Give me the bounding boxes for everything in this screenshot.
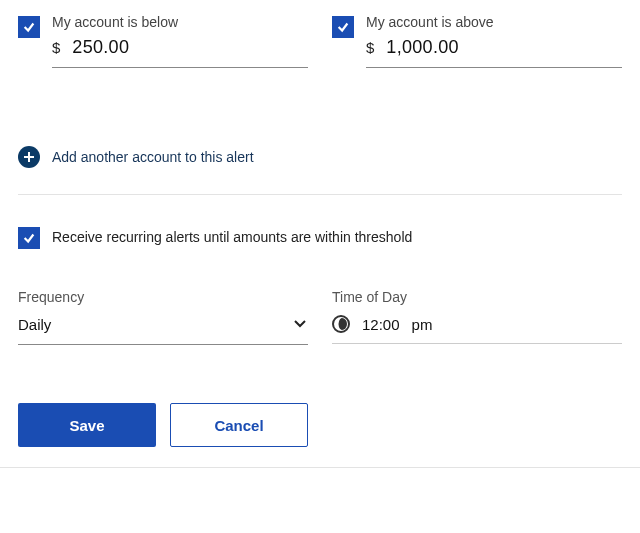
currency-symbol: $ (366, 39, 374, 56)
below-amount-input[interactable] (70, 36, 308, 59)
recurring-label: Receive recurring alerts until amounts a… (52, 229, 412, 245)
plus-icon (18, 146, 40, 168)
add-account-button[interactable]: Add another account to this alert (18, 146, 622, 168)
frequency-select[interactable]: Daily (18, 315, 308, 345)
currency-symbol: $ (52, 39, 60, 56)
moon-icon (332, 315, 350, 333)
frequency-value: Daily (18, 316, 51, 333)
save-button[interactable]: Save (18, 403, 156, 447)
above-amount-input[interactable] (384, 36, 622, 59)
time-of-day-input[interactable]: 12:00 pm (332, 315, 622, 344)
frequency-label: Frequency (18, 289, 308, 305)
time-value: 12:00 (362, 316, 400, 333)
add-account-label: Add another account to this alert (52, 149, 254, 165)
time-of-day-label: Time of Day (332, 289, 622, 305)
check-icon (22, 20, 36, 34)
check-icon (22, 231, 36, 245)
chevron-down-icon (292, 315, 308, 334)
divider (0, 467, 640, 468)
check-icon (336, 20, 350, 34)
time-meridiem: pm (412, 316, 433, 333)
divider (18, 194, 622, 195)
above-checkbox[interactable] (332, 16, 354, 38)
below-label: My account is below (52, 14, 308, 30)
above-label: My account is above (366, 14, 622, 30)
below-checkbox[interactable] (18, 16, 40, 38)
cancel-button[interactable]: Cancel (170, 403, 308, 447)
recurring-checkbox[interactable] (18, 227, 40, 249)
